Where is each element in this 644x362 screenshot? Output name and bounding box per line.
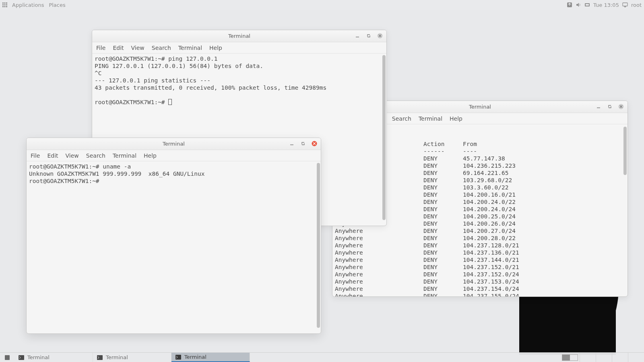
- svg-rect-22: [5, 355, 10, 360]
- scroll-thumb[interactable]: [317, 163, 320, 328]
- taskbar: Terminal Terminal Terminal: [0, 352, 644, 362]
- minimize-button[interactable]: [353, 32, 361, 40]
- minimize-button[interactable]: [288, 140, 296, 148]
- clock[interactable]: Tue 13:05: [593, 2, 619, 8]
- scroll-thumb[interactable]: [382, 55, 386, 220]
- applications-menu[interactable]: Applications: [12, 2, 44, 8]
- svg-rect-8: [2, 6, 4, 7]
- menu-file[interactable]: File: [96, 45, 105, 51]
- svg-rect-24: [97, 355, 103, 360]
- top-panel: Applications Places Tue 13:05 root: [0, 0, 644, 10]
- menu-help[interactable]: Help: [450, 115, 462, 122]
- network-icon[interactable]: [584, 2, 590, 8]
- close-button[interactable]: [310, 140, 318, 148]
- maximize-button[interactable]: [365, 32, 373, 40]
- maximize-button[interactable]: [299, 140, 307, 148]
- menu-terminal[interactable]: Terminal: [419, 115, 442, 122]
- updates-icon[interactable]: [567, 2, 572, 8]
- scrollbar[interactable]: [317, 161, 320, 333]
- tray-slot[interactable]: [612, 353, 628, 362]
- tray-slot[interactable]: [596, 353, 612, 362]
- apps-grid-icon[interactable]: [2, 2, 7, 7]
- terminal-output[interactable]: root@GOAZKTM5K7W1:~# uname -a Unknown GO…: [27, 161, 321, 333]
- menu-view[interactable]: View: [66, 152, 79, 159]
- taskbar-item-terminal-2[interactable]: Terminal: [93, 353, 171, 362]
- taskbar-item-label: Terminal: [184, 354, 206, 360]
- taskbar-item-label: Terminal: [106, 354, 128, 360]
- svg-rect-15: [624, 6, 626, 7]
- svg-rect-5: [2, 4, 4, 6]
- workspace-1[interactable]: [562, 355, 570, 360]
- svg-rect-23: [19, 355, 24, 360]
- window-title: Terminal: [228, 33, 250, 39]
- places-menu[interactable]: Places: [49, 2, 65, 8]
- menu-file[interactable]: File: [31, 152, 40, 159]
- window-title: Terminal: [469, 104, 491, 110]
- svg-rect-25: [175, 355, 181, 360]
- scrollbar[interactable]: [623, 124, 627, 296]
- user-label[interactable]: root: [631, 2, 642, 8]
- svg-rect-6: [4, 4, 6, 6]
- svg-rect-10: [6, 6, 7, 7]
- menu-edit[interactable]: Edit: [113, 45, 124, 51]
- tray-slot[interactable]: [580, 353, 596, 362]
- menubar: File Edit View Search Terminal Help: [27, 150, 321, 161]
- menu-terminal[interactable]: Terminal: [178, 45, 202, 51]
- volume-icon[interactable]: [576, 2, 581, 8]
- menu-search[interactable]: Search: [392, 115, 411, 122]
- menu-terminal[interactable]: Terminal: [113, 152, 136, 159]
- close-button[interactable]: [617, 103, 625, 111]
- scroll-thumb[interactable]: [623, 127, 627, 175]
- maximize-button[interactable]: [606, 103, 614, 111]
- svg-rect-14: [623, 3, 627, 6]
- tray-slot[interactable]: [628, 353, 644, 362]
- menu-view[interactable]: View: [131, 45, 144, 51]
- svg-rect-4: [6, 2, 7, 4]
- workspace-switcher[interactable]: [562, 354, 578, 361]
- show-desktop-button[interactable]: [0, 353, 14, 362]
- svg-rect-2: [2, 2, 4, 4]
- minimize-button[interactable]: [594, 103, 603, 111]
- titlebar[interactable]: Terminal: [92, 30, 386, 42]
- svg-rect-13: [586, 4, 589, 6]
- scrollbar[interactable]: [382, 53, 386, 226]
- monitor-icon[interactable]: [622, 2, 628, 8]
- menu-help[interactable]: Help: [209, 45, 222, 51]
- window-title: Terminal: [163, 141, 185, 147]
- menu-search[interactable]: Search: [86, 152, 105, 159]
- titlebar[interactable]: Terminal: [27, 138, 321, 150]
- taskbar-item-terminal-1[interactable]: Terminal: [14, 353, 93, 362]
- menu-search[interactable]: Search: [152, 45, 171, 51]
- menubar: File Edit View Search Terminal Help: [92, 42, 386, 53]
- svg-rect-9: [4, 6, 6, 7]
- taskbar-item-terminal-3[interactable]: Terminal: [171, 353, 250, 362]
- svg-rect-3: [4, 2, 6, 4]
- workspace-2[interactable]: [570, 355, 578, 360]
- menu-help[interactable]: Help: [144, 152, 157, 159]
- menu-edit[interactable]: Edit: [47, 152, 58, 159]
- svg-rect-7: [6, 4, 7, 6]
- taskbar-item-label: Terminal: [27, 354, 50, 360]
- terminal-window-uname[interactable]: Terminal File Edit View Search Terminal …: [26, 138, 321, 334]
- close-button[interactable]: [376, 32, 384, 40]
